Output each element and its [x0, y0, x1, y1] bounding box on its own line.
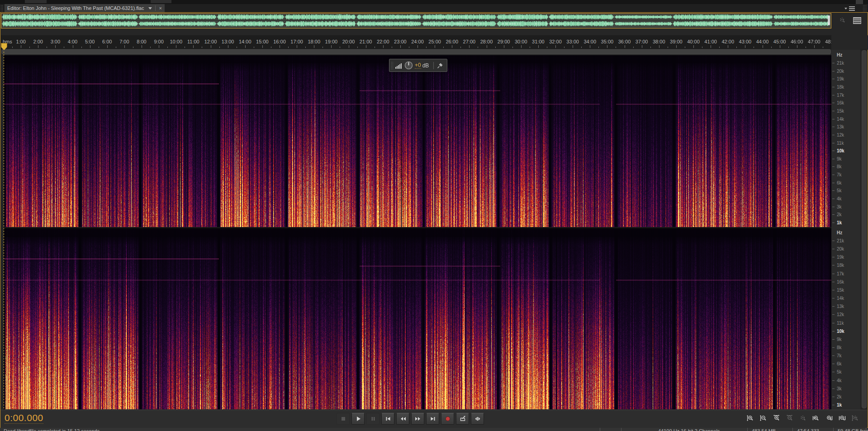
horizontal-scrollbar-thumb[interactable]: [1, 49, 831, 54]
frequency-label: 1k: [837, 403, 842, 407]
ruler-half-tick: [564, 47, 564, 48]
zoom-out-time-button: [784, 413, 796, 424]
frequency-label: 20k: [837, 246, 844, 251]
status-format: 44100 Hz 16-bit 2 Channels: [658, 428, 720, 431]
horizontal-scrollbar[interactable]: [1, 49, 831, 55]
vertical-zoom-scrollbar[interactable]: [860, 49, 868, 410]
frequency-tick: [832, 143, 835, 143]
loop-playback-button[interactable]: [456, 413, 469, 425]
ruler-tick: [487, 45, 487, 48]
ruler-tick: [21, 45, 21, 48]
rewind-button[interactable]: [396, 413, 409, 425]
ruler-half-tick: [581, 47, 582, 48]
ruler-half-tick: [202, 47, 202, 48]
frequency-label: 19k: [837, 255, 844, 260]
navigator-menu-icon[interactable]: [853, 17, 861, 24]
zoom-in-time-button[interactable]: [771, 413, 783, 424]
chevron-down-icon[interactable]: [148, 7, 152, 9]
hud-grip[interactable]: [391, 62, 393, 69]
spectrogram-right-channel[interactable]: [4, 229, 831, 409]
zoom-navigator[interactable]: [1, 13, 831, 28]
ruler-tick: [349, 45, 349, 48]
skip-selection-button[interactable]: [471, 413, 484, 425]
ruler-minute-label: 26:00: [446, 39, 458, 44]
status-divider: [866, 428, 866, 431]
zoom-to-in-point-button[interactable]: [810, 413, 822, 424]
record-icon: [444, 415, 451, 422]
overview-waveform[interactable]: [1, 14, 830, 27]
panel-grip-left[interactable]: [0, 5, 4, 11]
ruler-tick: [607, 45, 607, 48]
panel-menu-button[interactable]: [844, 6, 856, 11]
frequency-label: 3k: [837, 386, 842, 391]
frequency-label: 20k: [837, 69, 844, 74]
ruler-half-tick: [668, 47, 668, 48]
frequency-label: 21k: [837, 61, 844, 66]
frequency-tick: [832, 175, 835, 175]
ruler-tick: [693, 45, 694, 48]
ruler-tick: [521, 45, 522, 48]
play-button[interactable]: [351, 413, 365, 425]
frequency-tick: [832, 355, 835, 356]
level-bars-icon: [395, 62, 403, 69]
tab-editor[interactable]: Editor: Elton John - Sleeping With The P…: [5, 4, 165, 12]
gain-knob-icon[interactable]: [404, 61, 413, 70]
zoom-in-amplitude-button[interactable]: [745, 413, 756, 424]
pause-icon: [370, 415, 377, 422]
panel-grip-right[interactable]: [863, 5, 866, 11]
move-playhead-next-button[interactable]: [426, 413, 439, 425]
ruler-half-tick: [254, 47, 254, 48]
ruler-half-tick: [409, 47, 409, 48]
vertical-scrollbar-thumb[interactable]: [862, 50, 867, 408]
status-bar: Read libsndfile completed in 15.12 secon…: [0, 428, 868, 431]
ruler-tick: [814, 45, 815, 48]
ruler-half-tick: [719, 47, 720, 48]
frequency-tick: [832, 71, 835, 71]
hud-gain-panel[interactable]: +0 dB: [389, 59, 447, 72]
ruler-minute-label: 34:00: [583, 39, 596, 44]
reset-zoom-button: [849, 413, 861, 424]
zoom-out-full-icon[interactable]: [839, 17, 847, 25]
close-icon[interactable]: ×: [159, 6, 161, 11]
ruler-minute-label: 21:00: [360, 39, 372, 44]
record-button[interactable]: [441, 413, 454, 425]
zsel-icon: [839, 415, 846, 422]
frequency-label: 4k: [837, 378, 842, 383]
timeline-ruler[interactable]: hms 1:002:003:004:005:006:007:008:009:00…: [1, 35, 831, 49]
ruler-half-tick: [375, 47, 375, 48]
ruler-minute-label: 40:00: [687, 39, 700, 44]
frequency-tick: [832, 214, 835, 215]
zoom-out-amplitude-button[interactable]: [758, 413, 769, 424]
ruler-tick: [780, 45, 780, 48]
ruler-tick: [763, 45, 763, 48]
frequency-tick: [832, 241, 835, 241]
spectrogram-left-channel[interactable]: [4, 55, 831, 227]
zoom-to-selection-button[interactable]: [836, 413, 848, 424]
frequency-label: 10k: [837, 148, 844, 153]
menu-lines-icon: [849, 6, 855, 11]
zoom-to-out-point-button[interactable]: [823, 413, 835, 424]
gain-value[interactable]: +0: [415, 62, 421, 69]
ruler-tick: [245, 45, 246, 48]
fast-forward-button[interactable]: [411, 413, 424, 425]
ruler-tick: [676, 45, 677, 48]
ruler-half-tick: [530, 47, 530, 48]
navigator-right-handle[interactable]: [828, 15, 830, 25]
move-playhead-previous-button[interactable]: [381, 413, 394, 425]
prev-icon: [384, 415, 392, 422]
pin-icon[interactable]: [437, 62, 443, 69]
frequency-label: 4k: [837, 196, 842, 201]
ruler-tick: [314, 45, 314, 48]
skip-icon: [474, 415, 481, 422]
ruler-minute-label: 27:00: [463, 39, 476, 44]
ruler-tick: [435, 45, 435, 48]
playhead-time-display[interactable]: 0:00.000: [5, 412, 43, 424]
frequency-label: 17k: [837, 271, 844, 276]
ruler-tick: [366, 45, 366, 48]
ruler-half-tick: [237, 47, 237, 48]
editor-tab-bar: Editor: Elton John - Sleeping With The P…: [0, 4, 868, 12]
ruler-minute-label: 1:00: [16, 39, 25, 44]
loop-icon: [459, 415, 466, 422]
ruler-half-tick: [167, 47, 168, 48]
frequency-label: 8k: [837, 345, 842, 350]
